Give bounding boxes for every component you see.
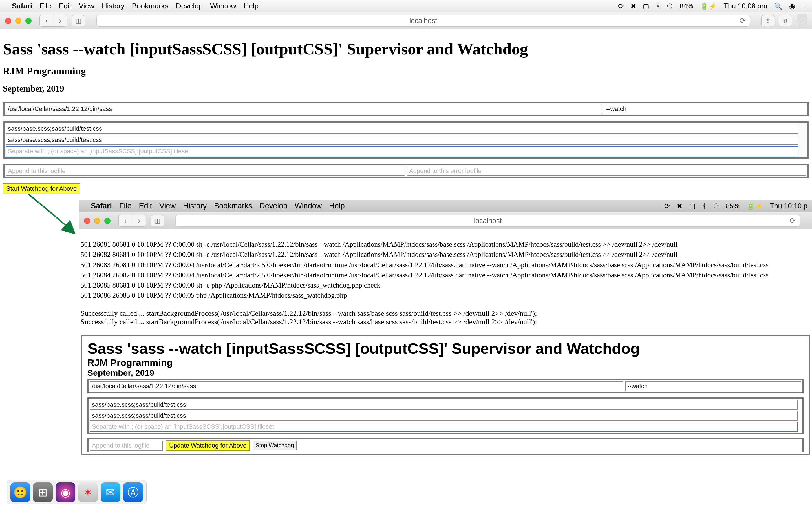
logfile-input[interactable]: Append to this logfile [6, 166, 405, 176]
menu-bookmarks[interactable]: Bookmarks [214, 202, 252, 210]
menu-develop[interactable]: Develop [176, 2, 203, 10]
menu-view[interactable]: View [159, 202, 175, 210]
new-tab-button[interactable]: ＋ [797, 14, 807, 27]
safari-toolbar-outer: ‹ › ◫ localhost ⟳ ⇪ ⧉ ＋ [0, 12, 812, 29]
menubar-clock[interactable]: Thu 10:10 p [770, 202, 808, 210]
close-window-button[interactable] [5, 18, 11, 24]
page-date: September, 2019 [3, 83, 809, 94]
macos-menubar-outer: Safari File Edit View History Bookmarks … [0, 0, 812, 12]
reload-icon[interactable]: ⟳ [740, 16, 746, 25]
menu-extra-icon[interactable]: ⟳ [664, 202, 670, 210]
sass-binary-input[interactable]: /usr/local/Cellar/sass/1.22.12/bin/sass [6, 104, 602, 114]
minimize-window-button[interactable] [94, 218, 100, 224]
fileset-input-1[interactable]: sass/base.scss;sass/build/test.css [6, 124, 799, 134]
share-button[interactable]: ⇪ [761, 15, 775, 26]
zoom-window-button[interactable] [26, 18, 32, 24]
fileset-input-new[interactable]: Separate with ; (or space) an [inputSass… [6, 146, 799, 156]
sass-path-fieldset: /usr/local/Cellar/sass/1.22.12/bin/sass … [87, 379, 804, 393]
safari-toolbar-inner: ‹ › ◫ localhost ⟳ [79, 212, 812, 229]
page-author: RJM Programming [3, 66, 809, 77]
menu-edit[interactable]: Edit [139, 202, 152, 210]
nested-screenshot: Safari File Edit View History Bookmarks … [79, 200, 812, 455]
page-content-outer: Sass 'sass --watch [inputSassSCSS] [outp… [0, 29, 812, 200]
sidebar-toggle-button[interactable]: ◫ [151, 215, 164, 226]
fileset-input-2[interactable]: sass/base.scss;sass/build/test.css [6, 135, 799, 145]
ps-line: 501 26086 26085 0 10:10PM ?? 0:00.05 php… [81, 290, 812, 300]
menu-edit[interactable]: Edit [59, 2, 71, 10]
siri-icon[interactable]: ◉ [789, 2, 795, 10]
menubar-clock[interactable]: Thu 10:08 pm [724, 2, 767, 10]
notification-center-icon[interactable]: ≣ [802, 2, 808, 10]
url-text: localhost [474, 217, 502, 225]
airplay-icon[interactable]: ▢ [643, 2, 649, 10]
logfiles-fieldset: Append to this logfile Append to this er… [3, 164, 809, 178]
bluetooth-icon[interactable]: ᚼ [656, 2, 660, 10]
page-date: September, 2019 [87, 368, 804, 378]
logfiles-fieldset: Append to this logfile Update Watchdog f… [87, 438, 804, 452]
menu-develop[interactable]: Develop [259, 202, 287, 210]
close-window-button[interactable] [84, 218, 90, 224]
menu-history[interactable]: History [102, 2, 124, 10]
ps-line: 501 26084 26082 0 10:10PM ?? 0:00.04 /us… [81, 270, 812, 280]
menu-file[interactable]: File [40, 2, 51, 10]
forward-button[interactable]: › [132, 215, 146, 226]
fileset-input-new[interactable]: Separate with ; (or space) an [inputSass… [90, 421, 798, 432]
wifi-icon[interactable]: ⚆ [713, 202, 719, 210]
menu-extra-icon[interactable]: ⟳ [618, 2, 624, 10]
menu-bookmarks[interactable]: Bookmarks [132, 2, 168, 10]
spotlight-icon[interactable]: 🔍 [774, 2, 782, 10]
success-line: Successfully called ... startBackgroundP… [81, 318, 812, 326]
zoom-window-button[interactable] [104, 218, 110, 224]
fileset-input-2[interactable]: sass/base.scss;sass/build/test.css [90, 411, 798, 421]
minimize-window-button[interactable] [15, 18, 21, 24]
watch-flag-input[interactable]: --watch [625, 381, 801, 391]
app-name[interactable]: Safari [12, 2, 32, 10]
bluetooth-icon[interactable]: ᚼ [702, 202, 706, 210]
menu-extra-icon[interactable]: ✖ [630, 2, 636, 10]
ps-line: 501 26081 80681 0 10:10PM ?? 0:00.00 sh … [81, 239, 812, 249]
ps-line: 501 26085 80681 0 10:10PM ?? 0:00.00 sh … [81, 280, 812, 290]
back-button[interactable]: ‹ [40, 15, 53, 26]
window-controls [5, 18, 32, 24]
reload-icon[interactable]: ⟳ [790, 216, 796, 225]
dock-appstore-icon[interactable]: Ⓐ [123, 483, 143, 502]
back-button[interactable]: ‹ [119, 215, 132, 226]
address-bar[interactable]: localhost ⟳ [175, 215, 800, 227]
show-tabs-button[interactable]: ⧉ [779, 15, 792, 26]
menu-window[interactable]: Window [210, 2, 236, 10]
page-author: RJM Programming [87, 357, 804, 368]
fileset-input-1[interactable]: sass/base.scss;sass/build/test.css [90, 400, 798, 410]
menu-help[interactable]: Help [329, 202, 345, 210]
menu-help[interactable]: Help [244, 2, 259, 10]
macos-dock: 🙂 ⊞ ◉ ✶ ✉ Ⓐ [7, 480, 147, 504]
battery-percent: 84% [680, 2, 693, 10]
menu-file[interactable]: File [119, 202, 132, 210]
menu-history[interactable]: History [183, 202, 207, 210]
battery-charging-icon[interactable]: 🔋⚡ [746, 202, 763, 210]
page-title: Sass 'sass --watch [inputSassSCSS] [outp… [3, 40, 809, 58]
logfile-input[interactable]: Append to this logfile [90, 441, 163, 451]
update-watchdog-button[interactable]: Update Watchdog for Above [166, 440, 250, 451]
dock-mail-icon[interactable]: ✉ [101, 483, 120, 502]
sidebar-toggle-button[interactable]: ◫ [71, 15, 85, 26]
dock-finder-icon[interactable]: 🙂 [10, 483, 30, 502]
dock-launchpad-icon[interactable]: ⊞ [33, 483, 53, 502]
battery-charging-icon[interactable]: 🔋⚡ [700, 2, 717, 10]
wifi-icon[interactable]: ⚆ [667, 2, 673, 10]
watch-flag-input[interactable]: --watch [604, 104, 806, 114]
dock-safari-icon[interactable]: ✶ [78, 483, 98, 502]
annotation-arrow-icon [26, 191, 82, 242]
airplay-icon[interactable]: ▢ [689, 202, 696, 210]
forward-button[interactable]: › [53, 15, 67, 26]
embedded-page: Sass 'sass --watch [inputSassSCSS] [outp… [81, 335, 810, 455]
address-bar[interactable]: localhost ⟳ [96, 15, 750, 27]
dock-siri-icon[interactable]: ◉ [56, 483, 75, 502]
error-logfile-input[interactable]: Append to this error logfile [407, 166, 806, 176]
app-name[interactable]: Safari [91, 202, 112, 210]
menu-extra-icon[interactable]: ✖ [677, 202, 682, 210]
sass-binary-input[interactable]: /usr/local/Cellar/sass/1.22.12/bin/sass [90, 381, 623, 391]
stop-watchdog-button[interactable]: Stop Watchdog [253, 441, 297, 450]
menu-view[interactable]: View [79, 2, 94, 10]
menu-window[interactable]: Window [295, 202, 322, 210]
sass-path-fieldset: /usr/local/Cellar/sass/1.22.12/bin/sass … [3, 102, 809, 116]
